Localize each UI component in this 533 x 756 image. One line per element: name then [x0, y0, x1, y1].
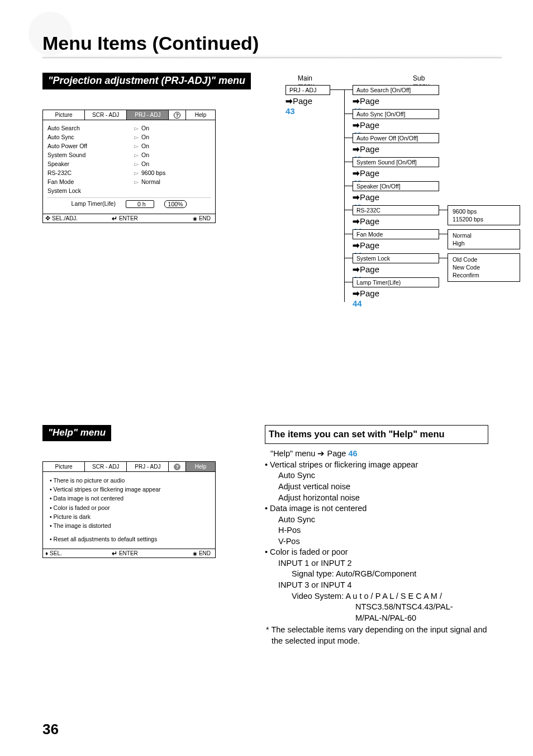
val-systemsound: On	[141, 152, 149, 158]
root-box: PRJ - ADJ	[285, 85, 330, 95]
footer2-end: END	[161, 549, 215, 557]
root-page-link[interactable]: ➡Page 43	[285, 96, 312, 116]
hr-sub: V-Pos	[265, 536, 488, 547]
lamp-hours: 0 h	[126, 200, 154, 208]
tab-prj-adj[interactable]: PRJ - ADJ	[127, 110, 169, 120]
hr-note: * The selectable items vary depending on…	[265, 625, 488, 646]
lamp-label: Lamp Timer(Life)	[72, 200, 116, 208]
page-num[interactable]: 46	[348, 449, 357, 458]
hr-sub: Adjust vertical noise	[265, 481, 488, 493]
help-bullet[interactable]: • Data image is not centered	[49, 494, 210, 502]
footer2-enter: ENTER	[110, 549, 161, 557]
question-icon: ?	[174, 464, 180, 470]
row-rs232c[interactable]: RS-232C	[47, 169, 131, 176]
tree-item-box: System Sound [On/Off]	[353, 157, 439, 167]
page-word: Page	[293, 96, 312, 106]
right-arrow-icon: ▻	[131, 143, 141, 149]
val-rs232c: 9600 bps	[141, 169, 165, 176]
hr-sub3: NTSC3.58/NTSC4.43/PAL-	[265, 602, 488, 613]
tree-item-box: Fan Mode	[353, 229, 439, 239]
footer-sel-adj: SEL./ADJ.	[43, 214, 110, 223]
page-number: 36	[42, 721, 59, 738]
osd-body: Auto Search▻On Auto Sync▻On Auto Power O…	[43, 120, 215, 214]
right-arrow-icon: ▻	[131, 169, 141, 176]
tree-item-box: Auto Power Off [On/Off]	[353, 133, 439, 143]
tab2-prj-adj[interactable]: PRJ - ADJ	[127, 462, 169, 472]
help-bullet[interactable]: • Color is faded or poor	[49, 504, 210, 512]
row-fanmode[interactable]: Fan Mode	[47, 178, 131, 185]
hr-bullet: • Vertical stripes or flickering image a…	[265, 460, 488, 471]
footer-end: END	[161, 214, 215, 223]
hr-bullet: • Color is faded or poor	[265, 547, 488, 558]
osd-help: Picture SCR - ADJ PRJ - ADJ ? Help • The…	[42, 461, 216, 558]
footer-enter: ENTER	[110, 214, 161, 223]
tab-help[interactable]: Help	[186, 110, 215, 120]
val-autosearch: On	[141, 125, 149, 131]
val-autopoweroff: On	[141, 143, 149, 149]
section-heading-prj: "Projection adjustment (PRJ-ADJ)" menu	[42, 73, 251, 89]
hr-sub: Auto Sync	[265, 470, 488, 481]
section-heading-help: "Help" menu	[42, 425, 111, 441]
row-systemsound[interactable]: System Sound	[47, 152, 131, 158]
right-arrow-icon: ▻	[131, 134, 141, 140]
tree-sub-box: 9600 bps115200 bps	[448, 205, 520, 225]
row-autosearch[interactable]: Auto Search	[47, 125, 131, 131]
help-body: • There is no picture or audio • Vertica…	[43, 472, 215, 549]
hr-sub: Adjust horizontal noise	[265, 493, 488, 504]
title-underline	[42, 55, 502, 58]
hr-sub2: Video System: A u t o / P A L / S E C A …	[265, 591, 488, 602]
tree-item-box: Lamp Timer(Life)	[353, 277, 439, 287]
help-bullet[interactable]: • The image is distorted	[49, 522, 210, 530]
page-num: 43	[285, 106, 295, 116]
hr-sub: H-Pos	[265, 525, 488, 536]
hr-sub: Auto Sync	[265, 514, 488, 526]
help-bullet[interactable]: • There is no picture or audio	[49, 476, 210, 484]
hr-sub: INPUT 1 or INPUT 2	[265, 558, 488, 569]
val-fanmode: Normal	[141, 178, 160, 185]
tab-picture[interactable]: Picture	[43, 110, 85, 120]
tab2-help-icon[interactable]: ?	[169, 462, 186, 472]
help-bullet[interactable]: • Vertical stripes or flickering image a…	[49, 485, 210, 493]
tree-item-box: RS-232C	[353, 205, 439, 215]
right-arrow-icon: ▻	[131, 152, 141, 158]
tab2-picture[interactable]: Picture	[43, 462, 85, 472]
right-arrow-icon: ▻	[131, 178, 141, 185]
tab2-help[interactable]: Help	[186, 462, 215, 472]
hr-bullet: • Data image is not centered	[265, 503, 488, 514]
hr-sub3: M/PAL-N/PAL-60	[265, 613, 488, 624]
help-right-col: The items you can set with "Help" menu "…	[265, 425, 488, 646]
hr-sub2: Signal type: Auto/RGB/Component	[265, 569, 488, 580]
val-autosync: On	[141, 134, 149, 140]
help-menu-lead: "Help" menu	[270, 449, 317, 458]
row-autosync[interactable]: Auto Sync	[47, 134, 131, 140]
row-autopoweroff[interactable]: Auto Power Off	[47, 143, 131, 149]
right-arrow-icon: ▻	[131, 125, 141, 131]
lamp-pct: 100%	[164, 200, 187, 208]
tree-item-box: Speaker [On/Off]	[353, 181, 439, 191]
tab-help-icon[interactable]: ?	[169, 110, 186, 120]
row-speaker[interactable]: Speaker	[47, 160, 131, 167]
page-word: Page	[327, 449, 346, 458]
help-bullet[interactable]: • Picture is dark	[49, 513, 210, 521]
tree-page-link[interactable]: ➡Page 44	[353, 289, 379, 308]
question-icon: ?	[174, 112, 180, 119]
osd-prj-adj: Picture SCR - ADJ PRJ - ADJ ? Help Auto …	[42, 110, 216, 223]
help-bullet[interactable]: • Reset all adjustments to default setti…	[49, 535, 210, 543]
tree-item-box: System Lock	[353, 253, 439, 263]
page-title: Menu Items (Continued)	[42, 32, 259, 54]
tree-item-box: Auto Sync [On/Off]	[353, 109, 439, 119]
tree-sub-box: Old CodeNew CodeReconfirm	[448, 253, 520, 282]
right-arrow-icon: ▻	[131, 160, 141, 167]
tree-sub-box: NormalHigh	[448, 229, 520, 249]
hr-sub: INPUT 3 or INPUT 4	[265, 580, 488, 591]
row-systemlock[interactable]: System Lock	[47, 187, 131, 194]
tree-item-box: Auto Search [On/Off]	[353, 85, 439, 95]
help-right-title: The items you can set with "Help" menu	[265, 425, 488, 444]
tab2-scr-adj[interactable]: SCR - ADJ	[85, 462, 127, 472]
val-speaker: On	[141, 160, 149, 167]
tab-scr-adj[interactable]: SCR - ADJ	[85, 110, 127, 120]
footer2-sel: SEL.	[43, 549, 110, 557]
